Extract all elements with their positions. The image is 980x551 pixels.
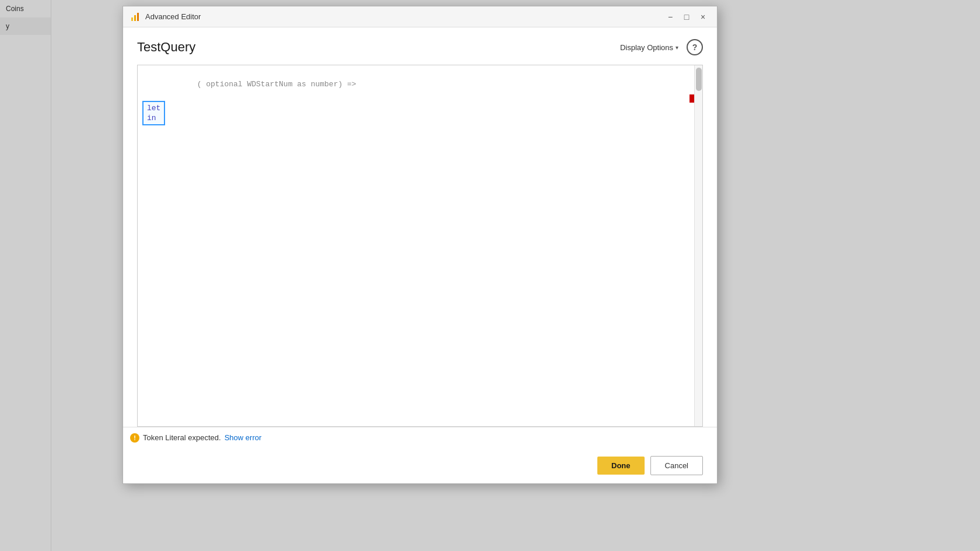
code-keyword-let: let xyxy=(147,103,160,113)
display-options-button[interactable]: Display Options ▾ xyxy=(617,41,682,54)
svg-rect-0 xyxy=(131,17,133,21)
display-options-label: Display Options xyxy=(620,43,673,52)
close-button[interactable]: × xyxy=(696,10,710,24)
minimize-button[interactable]: − xyxy=(663,10,677,24)
query-title: TestQuery xyxy=(137,40,195,55)
error-marker xyxy=(690,94,694,103)
dialog-header: TestQuery Display Options ▾ ? xyxy=(137,39,703,55)
code-content[interactable]: ( optional WDStartNum as number) => let … xyxy=(138,65,694,426)
show-error-link[interactable]: Show error xyxy=(225,433,262,442)
scrollbar-thumb[interactable] xyxy=(696,68,702,91)
chevron-down-icon: ▾ xyxy=(676,44,678,51)
code-line-1-text: ( optional WDStartNum as number) => xyxy=(197,80,356,89)
code-keyword-in: in xyxy=(147,113,160,123)
status-bar: ! Token Literal expected. Show error xyxy=(123,427,717,448)
help-button[interactable]: ? xyxy=(687,39,703,55)
dialog-title-bar-text: Advanced Editor xyxy=(145,12,663,21)
code-editor[interactable]: ( optional WDStartNum as number) => let … xyxy=(138,65,702,426)
done-button[interactable]: Done xyxy=(597,457,645,475)
title-bar-controls: − □ × xyxy=(663,10,710,24)
selected-code-block: let in xyxy=(142,101,165,125)
dialog-footer: Done Cancel xyxy=(123,448,717,483)
vertical-scrollbar[interactable] xyxy=(694,65,702,426)
cancel-button[interactable]: Cancel xyxy=(650,456,703,475)
code-line-1: ( optional WDStartNum as number) => xyxy=(142,70,694,99)
code-editor-wrapper: ( optional WDStartNum as number) => let … xyxy=(137,65,703,427)
header-right: Display Options ▾ ? xyxy=(617,39,703,55)
power-bi-icon xyxy=(130,12,141,22)
dialog-content: TestQuery Display Options ▾ ? ( optional… xyxy=(123,27,717,427)
error-message: Token Literal expected. xyxy=(143,433,221,442)
maximize-button[interactable]: □ xyxy=(680,10,694,24)
warning-icon: ! xyxy=(130,433,139,443)
svg-rect-2 xyxy=(137,13,139,21)
title-bar: Advanced Editor − □ × xyxy=(123,6,717,27)
svg-rect-1 xyxy=(134,15,136,21)
advanced-editor-dialog: Advanced Editor − □ × TestQuery Display … xyxy=(123,6,718,484)
